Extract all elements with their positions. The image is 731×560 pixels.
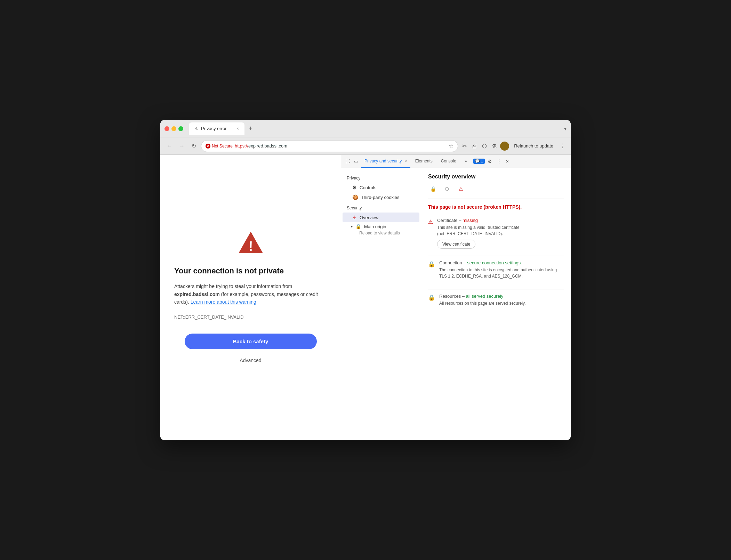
main-origin-header: ▾ 🔒 Main origin <box>351 224 415 229</box>
main-origin-item[interactable]: ▾ 🔒 Main origin Reload to view details <box>341 222 421 237</box>
connection-desc: The connection to this site is encrypted… <box>439 267 564 279</box>
error-domain: expired.badssl.com <box>174 291 220 297</box>
devtools-body: Privacy ⚙ Controls 🍪 Third-party cookies… <box>341 168 571 440</box>
devtools-close-icon[interactable]: × <box>505 157 510 166</box>
tab-more[interactable]: » <box>461 155 471 168</box>
devtools-tabbar: ⛶ ▭ Privacy and security × Elements Cons… <box>341 155 571 168</box>
divider-1 <box>428 256 564 256</box>
bookmark-icon[interactable]: ☆ <box>449 143 453 149</box>
not-secure-icon: ✕ <box>206 144 210 149</box>
error-code: NET::ERR_CERT_DATE_INVALID <box>174 314 327 320</box>
learn-more-link[interactable]: Learn more about this warning <box>191 299 256 305</box>
tab-favicon: ⚠ <box>194 126 198 131</box>
connection-content: Connection – secure connection settings … <box>439 260 564 282</box>
tab-close-btn[interactable]: × <box>236 126 239 131</box>
tab-elements-label: Elements <box>415 159 433 163</box>
lock-overview-icon[interactable]: 🔒 <box>428 184 438 194</box>
url-display: https://expired.badssl.com <box>235 143 287 149</box>
printer-icon[interactable]: 🖨 <box>470 142 479 151</box>
resources-section: 🔒 Resources – all served securely All re… <box>428 294 564 309</box>
third-party-cookies-label: Third-party cookies <box>361 195 400 200</box>
more-tabs-icon: » <box>465 159 467 163</box>
controls-icon: ⚙ <box>352 185 357 190</box>
certificate-row: ⚠ Certificate – missing This site is mis… <box>428 218 564 249</box>
forward-btn[interactable]: → <box>177 142 187 151</box>
certificate-content: Certificate – missing This site is missi… <box>437 218 564 249</box>
security-overview-panel: Security overview 🔒 ⬡ ⚠ This page is not… <box>421 168 571 440</box>
tab-console[interactable]: Console <box>437 155 460 168</box>
flask-icon[interactable]: ⚗ <box>490 141 498 151</box>
cast-icon[interactable]: ⬡ <box>481 141 488 151</box>
resources-status: all served securely <box>466 294 504 299</box>
resources-lock-icon: 🔒 <box>428 294 435 309</box>
traffic-lights <box>164 126 183 131</box>
back-btn[interactable]: ← <box>164 142 174 151</box>
toolbar-icons: ✂ 🖨 ⬡ ⚗ Relaunch to update ⋮ <box>461 141 567 151</box>
tab-collapse-btn[interactable]: ▾ <box>564 126 567 131</box>
connection-heading: Connection – secure connection settings <box>439 260 564 265</box>
tab-privacy-security-close[interactable]: × <box>404 159 407 163</box>
maximize-traffic-light[interactable] <box>178 126 183 131</box>
tab-privacy-security[interactable]: Privacy and security × <box>361 155 410 168</box>
controls-label: Controls <box>360 185 376 190</box>
collapse-icon: ▾ <box>351 225 353 229</box>
minimize-traffic-light[interactable] <box>171 126 176 131</box>
issues-badge[interactable]: 💬 1 <box>473 159 485 164</box>
overview-item[interactable]: ⚠ Overview <box>343 213 419 222</box>
browser-window: ⚠ Privacy error × + ▾ ← → ↻ ✕ Not Secure… <box>160 120 571 440</box>
reload-label: Reload to view details <box>351 229 415 235</box>
certificate-desc: This site is missing a valid, trusted ce… <box>437 224 564 237</box>
error-page: ! Your connection is not private Attacke… <box>160 155 341 440</box>
shield-overview-icon[interactable]: ⬡ <box>442 184 452 194</box>
tab-console-label: Console <box>441 159 456 163</box>
privacy-section-title: Privacy <box>341 174 421 183</box>
content-area: ! Your connection is not private Attacke… <box>160 155 571 440</box>
warning-overview-icon[interactable]: ⚠ <box>456 184 466 194</box>
scissors-icon[interactable]: ✂ <box>461 141 468 151</box>
divider-2 <box>428 289 564 289</box>
security-section-title: Security <box>341 203 421 213</box>
overview-title: Security overview <box>428 174 564 180</box>
connection-section: 🔒 Connection – secure connection setting… <box>428 260 564 282</box>
title-bar: ⚠ Privacy error × + ▾ <box>160 120 571 137</box>
profile-avatar[interactable] <box>500 142 509 151</box>
lock-icon: 🔒 <box>355 224 361 229</box>
overview-label: Overview <box>360 215 378 220</box>
back-to-safety-btn[interactable]: Back to safety <box>185 334 317 349</box>
certificate-section: ⚠ Certificate – missing This site is mis… <box>428 218 564 249</box>
warning-small-icon: ⚠ <box>352 215 357 220</box>
new-tab-btn[interactable]: + <box>249 125 252 132</box>
third-party-cookies-item[interactable]: 🍪 Third-party cookies <box>343 192 419 202</box>
relaunch-btn[interactable]: Relaunch to update <box>511 142 556 150</box>
tab-privacy-security-label: Privacy and security <box>364 159 402 163</box>
not-secure-label: Not Secure <box>212 144 233 149</box>
devtools-panel: ⛶ ▭ Privacy and security × Elements Cons… <box>341 155 571 440</box>
connection-row: 🔒 Connection – secure connection setting… <box>428 260 564 282</box>
tab-elements[interactable]: Elements <box>412 155 436 168</box>
forward-icon: → <box>179 143 185 149</box>
certificate-status: missing <box>463 218 478 223</box>
address-bar[interactable]: ✕ Not Secure https://expired.badssl.com … <box>201 140 458 152</box>
browser-tab[interactable]: ⚠ Privacy error × <box>189 122 244 135</box>
devtools-device-icon[interactable]: ⛶ <box>344 157 351 165</box>
controls-item[interactable]: ⚙ Controls <box>343 183 419 192</box>
cert-warning-icon: ⚠ <box>428 218 433 249</box>
devtools-more-icon[interactable]: ⋮ <box>495 157 503 166</box>
reload-icon: ↻ <box>192 143 196 149</box>
resources-row: 🔒 Resources – all served securely All re… <box>428 294 564 309</box>
devtools-settings-icon[interactable]: ⚙ <box>486 157 493 166</box>
error-desc-prefix: Attackers might be trying to steal your … <box>174 283 292 289</box>
advanced-btn[interactable]: Advanced <box>237 355 264 366</box>
main-origin-label: Main origin <box>364 224 386 229</box>
page-status: This page is not secure (broken HTTPS). <box>428 204 564 211</box>
more-menu-icon[interactable]: ⋮ <box>558 141 567 151</box>
cookies-icon: 🍪 <box>352 194 358 200</box>
connection-status: secure connection settings <box>467 260 521 265</box>
error-title: Your connection is not private <box>174 266 327 275</box>
devtools-responsive-icon[interactable]: ▭ <box>353 157 360 165</box>
view-certificate-btn[interactable]: View certificate <box>437 240 475 249</box>
back-icon: ← <box>167 143 172 149</box>
reload-btn[interactable]: ↻ <box>190 141 198 151</box>
close-traffic-light[interactable] <box>164 126 169 131</box>
toolbar: ← → ↻ ✕ Not Secure https://expired.badss… <box>160 137 571 155</box>
